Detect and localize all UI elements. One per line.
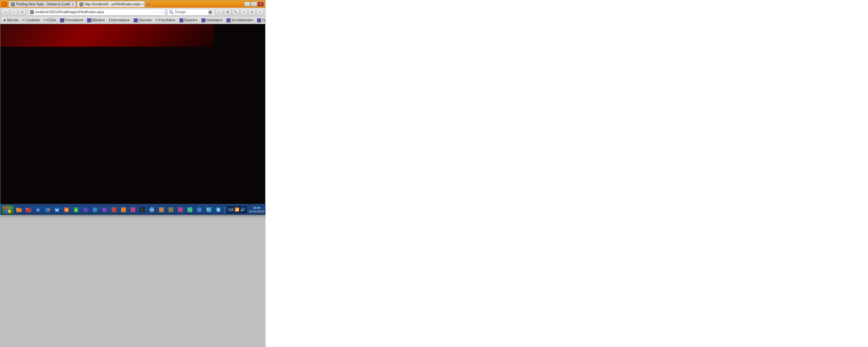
- bookmark-skaleer[interactable]: Skaleér▾: [178, 18, 199, 23]
- taskbar: e W X: [0, 204, 266, 215]
- taskbar-icon-17[interactable]: [166, 205, 175, 214]
- tab2-label: http://localhost5...es/HtmlKoden.aspx: [85, 2, 141, 6]
- taskbar-red-folder-icon[interactable]: [24, 205, 33, 214]
- page-content: [0, 24, 265, 215]
- bookmark-fremhaev[interactable]: ✏ Fremhæv▾: [154, 18, 177, 22]
- taskbar-globe-icon[interactable]: [147, 205, 156, 214]
- url-text: localhost:52614/ImallImages/HtmlKoden.as…: [35, 10, 153, 14]
- windows-logo-icon: [5, 207, 11, 213]
- tray-network-icon: 📶: [235, 207, 239, 212]
- bookmark-vaerktojer[interactable]: Værktøjer▾: [200, 18, 224, 23]
- navigation-bar: ◀ ▶ ↻ localhost:52614/ImallImages/HtmlKo…: [0, 8, 265, 17]
- bookmark-sla-fra[interactable]: ★ Slå fra▾: [2, 18, 20, 22]
- bookmark-fremhaev-label: Fremhæv▾: [159, 18, 175, 22]
- bookmark-css[interactable]: ✏ CSS▾: [42, 18, 57, 22]
- tab2-favicon-icon: [79, 2, 83, 6]
- bookmark-css-label: CSS▾: [47, 18, 56, 22]
- svg-point-38: [207, 208, 209, 210]
- svg-point-4: [171, 12, 172, 13]
- forward-button[interactable]: ▶: [10, 9, 18, 16]
- bookmark-information[interactable]: ℹ Information▾: [107, 18, 131, 22]
- svg-point-1: [170, 11, 171, 12]
- dev-tools-button[interactable]: 🔧: [232, 9, 239, 16]
- addon3-button[interactable]: ✓: [256, 9, 264, 16]
- tab-active-label: Posting New Topic - Dream.In.Code: [16, 2, 70, 6]
- back-button[interactable]: ◀: [2, 9, 9, 16]
- svg-rect-7: [16, 208, 19, 209]
- svg-text:e: e: [37, 208, 39, 212]
- search-go-button[interactable]: ▶: [208, 10, 213, 15]
- bookmark-skaleer-label: Skaleér▾: [184, 18, 197, 22]
- search-input-text: Google: [175, 10, 207, 14]
- bookmark-diverse[interactable]: Diverse▾: [132, 18, 153, 23]
- taskbar-word-icon[interactable]: W: [53, 205, 61, 214]
- bookmark-cookies-icon: ✏: [22, 18, 25, 22]
- svg-text:S: S: [217, 208, 220, 212]
- bookmark-opsaetning[interactable]: Opsætning▾: [256, 18, 265, 23]
- taskbar-folder-icon[interactable]: [15, 205, 23, 214]
- extra-nav-buttons: ⌂ ★ 🔧 ✓ ✕ ✓: [216, 9, 264, 16]
- taskbar-icon-20[interactable]: [195, 205, 204, 214]
- taskbar-icon-11[interactable]: [110, 205, 118, 214]
- maximize-button[interactable]: □: [251, 2, 257, 6]
- taskbar-icon-16[interactable]: [157, 205, 166, 214]
- browser-window: Posting New Topic - Dream.In.Code ✕ http…: [0, 0, 265, 215]
- taskbar-paint-icon[interactable]: [204, 205, 213, 214]
- taskbar-icon-13[interactable]: [129, 205, 137, 214]
- svg-point-22: [93, 207, 97, 212]
- addon2-button[interactable]: ✕: [248, 9, 256, 16]
- bookmark-formularer[interactable]: Formularer▾: [59, 18, 84, 23]
- bookmark-info-icon: ℹ: [109, 18, 110, 22]
- taskbar-icon-9[interactable]: [91, 205, 99, 214]
- taskbar-icon-8[interactable]: [81, 205, 90, 214]
- tab-close-button[interactable]: ✕: [72, 3, 74, 6]
- clock-date: 10-03-2012: [249, 210, 264, 213]
- svg-point-14: [46, 209, 48, 211]
- minimize-button[interactable]: _: [244, 2, 250, 6]
- svg-text:W: W: [55, 208, 59, 212]
- taskbar-icons: e W X: [15, 205, 223, 214]
- taskbar-ie-icon[interactable]: e: [34, 205, 42, 214]
- bookmark-vaerktojer-label: Værktøjer▾: [206, 18, 223, 22]
- title-bar: Posting New Topic - Dream.In.Code ✕ http…: [0, 0, 265, 8]
- tab-active[interactable]: Posting New Topic - Dream.In.Code ✕: [8, 1, 76, 7]
- bookmark-star-button[interactable]: ★: [224, 9, 231, 16]
- taskbar-terminal-icon[interactable]: C:\: [138, 205, 147, 214]
- bookmark-vis-kildekode-label: Vis kildekode▾: [231, 18, 253, 22]
- svg-rect-32: [159, 207, 164, 212]
- bookmark-cookies[interactable]: ✏ Cookies▾: [21, 18, 41, 22]
- bookmark-vis-kildekode[interactable]: Vis kildekode▾: [225, 18, 254, 23]
- star1-icon: ☆: [153, 10, 156, 14]
- url-bar[interactable]: localhost:52614/ImallImages/HtmlKoden.as…: [28, 9, 165, 16]
- bookmark-diverse-label: Diverse▾: [138, 18, 152, 22]
- search-bar[interactable]: Google ▶: [167, 9, 215, 16]
- taskbar-icon-10[interactable]: [100, 205, 109, 214]
- svg-rect-35: [188, 207, 192, 212]
- tab2-close-button[interactable]: ✕: [142, 3, 145, 6]
- bookmark-billeder[interactable]: Billeder▾: [86, 18, 106, 23]
- svg-point-23: [102, 207, 107, 212]
- addon-button[interactable]: ✓: [240, 9, 248, 16]
- star3-icon: ☆: [160, 10, 163, 14]
- svg-point-3: [170, 12, 171, 13]
- window-controls: _ □ ✕: [244, 2, 264, 6]
- right-area: [265, 0, 868, 347]
- tab-2[interactable]: http://localhost5...es/HtmlKoden.aspx ✕: [77, 1, 145, 7]
- taskbar-firefox-icon[interactable]: [43, 205, 52, 214]
- svg-rect-37: [206, 207, 211, 212]
- bookmark-formularer-label: Formularer▾: [65, 18, 83, 22]
- taskbar-excel-icon[interactable]: X: [72, 205, 80, 214]
- taskbar-icon-6[interactable]: [62, 205, 71, 214]
- taskbar-right: DA 📶 🔊 18:46 10-03-2012: [226, 205, 264, 214]
- new-tab-button[interactable]: +: [145, 2, 152, 7]
- close-button[interactable]: ✕: [258, 2, 264, 6]
- taskbar-icon-12[interactable]: [119, 205, 128, 214]
- home-button[interactable]: ⌂: [216, 9, 223, 16]
- url-favicon-icon: [30, 10, 34, 14]
- taskbar-skype-icon[interactable]: S: [214, 205, 223, 214]
- taskbar-icon-19[interactable]: [185, 205, 194, 214]
- bookmark-fremhaev-icon: ✏: [156, 18, 158, 22]
- taskbar-icon-18[interactable]: [176, 205, 185, 214]
- reload-button[interactable]: ↻: [19, 9, 26, 16]
- start-button[interactable]: [2, 205, 14, 214]
